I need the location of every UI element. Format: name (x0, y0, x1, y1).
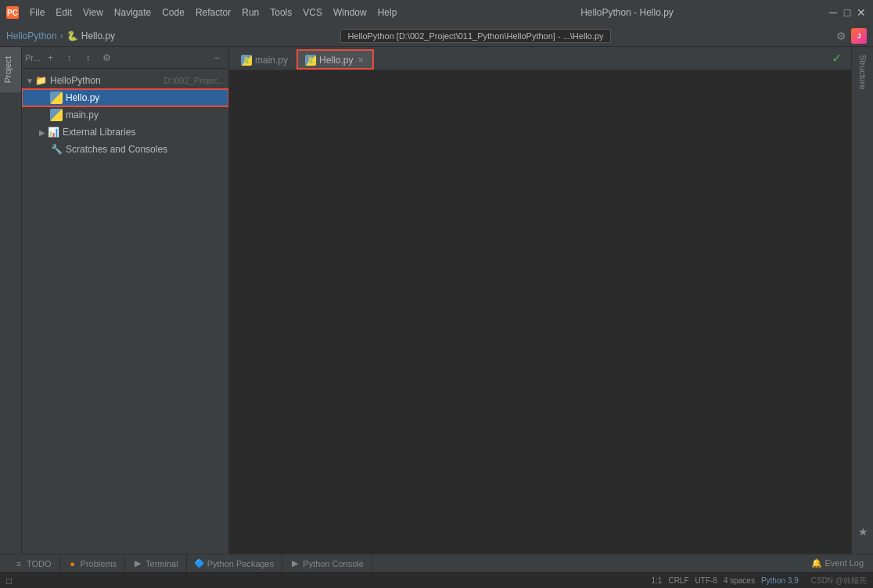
project-toolbar: Pr... + ↑ ↕ ⚙ − (22, 47, 228, 69)
status-tab-python-console[interactable]: ▶ Python Console (282, 554, 372, 572)
tree-text-hello-py: Hello.py (66, 92, 225, 103)
tree-item-scratches[interactable]: 🔧 Scratches and Consoles (22, 141, 228, 158)
scratch-icon: 🔧 (50, 143, 63, 156)
python-version[interactable]: Python 3.9 (761, 576, 799, 585)
settings-icon[interactable]: ⚙ (836, 30, 846, 42)
tree-item-hello-py[interactable]: Hello.py (22, 89, 228, 106)
right-tab-favorites[interactable]: ★ (853, 518, 873, 554)
editor-area: 🐍 main.py 🐍 Hello.py ✕ ✓ (229, 47, 851, 554)
tree-text-main-py: main.py (66, 109, 225, 120)
window-controls: ─ □ ✕ (828, 7, 867, 18)
python-icon-main (50, 109, 63, 121)
collapse-button[interactable]: ↑ (61, 49, 78, 66)
menu-navigate[interactable]: Navigate (110, 5, 156, 20)
python-console-label: Python Console (303, 559, 364, 568)
tree-item-root[interactable]: ▼ 📁 HelloPython D:\002_Projec... (22, 72, 228, 89)
terminal-icon: ▶ (133, 559, 142, 568)
menu-code[interactable]: Code (157, 5, 189, 20)
sort-button[interactable]: ↕ (80, 49, 97, 66)
tab-icon-main: 🐍 (241, 55, 252, 66)
path-display: HelloPython [D:\002_Project\011_Python\H… (340, 29, 610, 43)
checkmark-icon: ✓ (832, 51, 842, 66)
settings-button[interactable]: ⚙ (99, 49, 116, 66)
tree-text-scratches: Scratches and Consoles (66, 144, 225, 155)
expand-icon[interactable]: □ (6, 575, 12, 586)
checkmark-area: ✓ (832, 51, 848, 66)
status-tab-problems[interactable]: ● Problems (60, 554, 125, 572)
right-tab-structure[interactable]: Structure (854, 47, 871, 98)
menu-refactor[interactable]: Refactor (191, 5, 235, 20)
line-col[interactable]: 1:1 (652, 576, 663, 585)
add-button[interactable]: + (42, 49, 59, 66)
breadcrumb-project[interactable]: HelloPython (6, 30, 57, 41)
csdn-label: CSDN @韩顺亮 (811, 575, 867, 586)
bottom-strip: □ 1:1 CRLF UTF-8 4 spaces Python 3.9 CSD… (0, 572, 873, 588)
python-packages-label: Python Packages (207, 559, 275, 568)
title-bar: PC File Edit View Navigate Code Refactor… (0, 0, 873, 25)
breadcrumb-separator: › (60, 30, 63, 41)
tree-arrow-root: ▼ (25, 76, 34, 85)
sidebar-tabs: Project (0, 47, 22, 554)
event-log-button[interactable]: 🔔 Event Log (808, 558, 867, 568)
status-tab-terminal[interactable]: ▶ Terminal (125, 554, 187, 572)
tree-item-ext-libs[interactable]: ▶ 📊 External Libraries (22, 124, 228, 141)
menu-edit[interactable]: Edit (51, 5, 77, 20)
indent[interactable]: 4 spaces (724, 576, 755, 585)
tab-close-hello[interactable]: ✕ (356, 56, 365, 65)
menu-tools[interactable]: Tools (265, 5, 296, 20)
problems-label: Problems (81, 559, 117, 568)
bottom-left: □ (6, 575, 12, 586)
jetbrains-logo: J (851, 28, 867, 44)
todo-icon: ≡ (14, 559, 23, 568)
bottom-right: 1:1 CRLF UTF-8 4 spaces Python 3.9 CSDN … (652, 575, 867, 586)
tab-icon-hello: 🐍 (305, 55, 316, 66)
terminal-label: Terminal (146, 559, 178, 568)
status-bar: ≡ TODO ● Problems ▶ Terminal 🔷 Python Pa… (0, 554, 873, 572)
tree-arrow-ext: ▶ (38, 127, 47, 137)
menu-view[interactable]: View (78, 5, 108, 20)
encoding[interactable]: UTF-8 (695, 576, 717, 585)
tree-path-root: D:\002_Projec... (163, 76, 225, 85)
minimize-button[interactable]: ─ (828, 7, 839, 18)
menu-file[interactable]: File (25, 5, 49, 20)
packages-icon: 🔷 (195, 559, 204, 568)
event-log-icon: 🔔 (811, 558, 822, 568)
breadcrumb-file-icon: 🐍 (66, 30, 78, 41)
editor-tab-bar: 🐍 main.py 🐍 Hello.py ✕ ✓ (229, 47, 851, 70)
tab-hello-py[interactable]: 🐍 Hello.py ✕ (296, 49, 374, 70)
sidebar-tab-project[interactable]: Project (0, 47, 21, 92)
tree-text-ext-libs: External Libraries (63, 127, 225, 138)
menu-bar: File Edit View Navigate Code Refactor Ru… (25, 5, 426, 20)
todo-label: TODO (27, 559, 52, 568)
tab-label-hello: Hello.py (319, 55, 353, 66)
maximize-button[interactable]: □ (842, 7, 853, 18)
breadcrumb: HelloPython › 🐍 Hello.py (6, 30, 115, 41)
folder-icon-root: 📁 (34, 74, 47, 87)
breadcrumb-file[interactable]: Hello.py (81, 30, 115, 41)
status-tab-python-packages[interactable]: 🔷 Python Packages (187, 554, 283, 572)
tab-label-main: main.py (255, 55, 288, 66)
app-icon: PC (6, 6, 19, 19)
right-sidebar: Structure ★ (851, 47, 873, 554)
main-content: Project Pr... + ↑ ↕ ⚙ − ▼ 📁 HelloPython … (0, 47, 873, 554)
editor-content[interactable] (229, 70, 851, 554)
project-panel: Pr... + ↑ ↕ ⚙ − ▼ 📁 HelloPython D:\002_P… (22, 47, 229, 554)
spacer (117, 49, 207, 66)
nav-bar: HelloPython › 🐍 Hello.py HelloPython [D:… (0, 25, 873, 47)
tab-bar: 🐍 main.py 🐍 Hello.py ✕ (232, 47, 832, 70)
tab-main-py[interactable]: 🐍 main.py (232, 49, 296, 70)
console-icon: ▶ (290, 559, 300, 568)
collapse-all-button[interactable]: − (208, 49, 225, 66)
close-button[interactable]: ✕ (856, 7, 867, 18)
menu-vcs[interactable]: VCS (298, 5, 327, 20)
python-icon-hello (50, 91, 63, 104)
status-right: 🔔 Event Log (808, 558, 867, 568)
status-tab-todo[interactable]: ≡ TODO (6, 554, 60, 572)
menu-run[interactable]: Run (237, 5, 264, 20)
line-endings[interactable]: CRLF (668, 576, 688, 585)
menu-window[interactable]: Window (329, 5, 372, 20)
menu-help[interactable]: Help (373, 5, 402, 20)
tree-item-main-py[interactable]: main.py (22, 106, 228, 124)
lib-icon: 📊 (47, 126, 59, 138)
problems-icon: ● (68, 559, 77, 568)
